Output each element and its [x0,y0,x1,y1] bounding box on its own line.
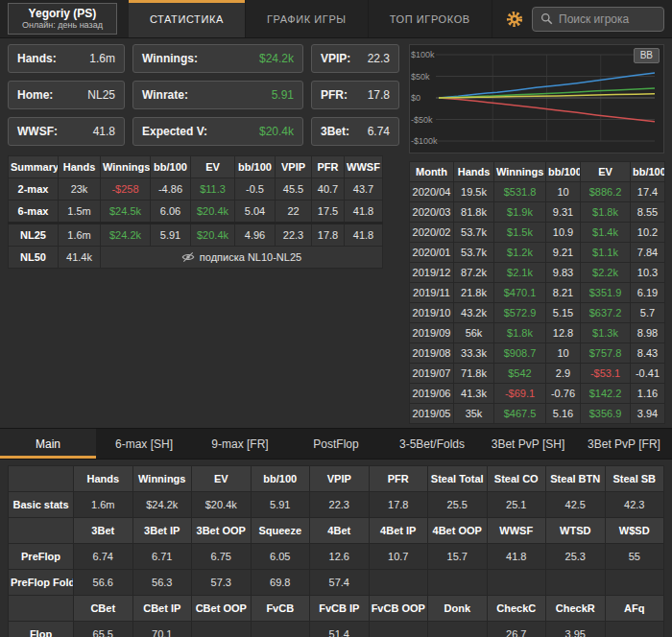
summary-row: 6-max1.5m$24.5k6.06$20.4k5.042217.541.8 [9,201,383,224]
months-cell: 8.98 [631,323,665,343]
search-input[interactable] [559,12,656,26]
locked-row: NL50 41.4k подписка NL10-NL25 [9,247,383,269]
stats-cell: 6.75 [192,544,252,570]
stats-col-header: Steal CO [487,466,546,492]
right-column: $100k$50k$0-$50k-$100k BB MonthHandsWinn… [409,44,664,424]
stats-cell: 1.6m [74,492,133,518]
stats-cell: $24.2k [132,492,192,518]
summary-col-header: PFR [312,156,345,178]
search-box[interactable] [532,7,664,32]
stats-row-label: PreFlop [9,544,74,570]
stats-row-label [9,466,74,492]
section-tab-postflop[interactable]: PostFlop [288,429,384,459]
stats-cell: 5.91 [251,492,310,518]
months-cell: 8.43 [631,343,665,364]
section-tab-6-max-sh[interactable]: 6-max [SH] [96,429,192,459]
months-cell: 8.21 [546,283,581,303]
months-cell: 21.8k [454,283,494,303]
stats-col-header-row: CBetCBet IPCBet OOPFvCBFvCB IPFvCB OOPDo… [9,596,664,622]
stats-col-header: CBet IP [132,596,192,622]
months-cell: 2020/02 [410,223,454,243]
months-col-header: Winnings [494,162,546,182]
stats-col-header: PFR [369,466,428,492]
months-cell: 17.4 [631,182,665,202]
months-cell: 9.31 [546,202,581,223]
stats-cell: 56.3 [132,570,192,596]
summary-cell: 23k [59,178,101,201]
eye-off-icon [181,251,195,263]
section-tab-main[interactable]: Main [0,429,96,459]
stats-col-header: Donk [428,596,488,622]
months-header-row: MonthHandsWinningsbb/100EVbb/100 [410,162,665,182]
months-cell: 81.8k [454,202,494,223]
summary-cell: 43.7 [345,178,383,201]
chart-ytick: -$100k [411,136,438,146]
months-cell: 1.16 [631,384,665,404]
months-cell: $356.9 [581,404,631,424]
months-row: 2019/0956k$1.8k12.8$1.3k8.98 [410,323,665,343]
stats-col-header: Steal BTN [546,466,606,492]
summary-cell: 41.8 [345,224,383,247]
stats-row-label: PreFlop Fold [9,570,74,596]
months-cell: $542 [494,364,546,384]
summary-cell: $20.4k [191,201,235,224]
summary-cell: $20.4k [191,224,235,247]
stats-col-header: AFq [605,596,664,622]
stats-table-body: HandsWinningsEVbb/100VPIPPFRSteal TotalS… [9,466,664,637]
stats-cell: 65.5 [74,622,133,637]
months-row: 2019/0535k$467.55.16$356.93.94 [410,404,665,424]
summary-cell: -0.5 [235,178,276,201]
stats-col-header: CheckR [546,596,606,622]
summary-cell: 1.6m [59,224,101,247]
tab-game-graph[interactable]: ГРАФИК ИГРЫ [246,0,369,37]
section-tab-9-max-fr[interactable]: 9-max [FR] [192,429,288,459]
gear-icon[interactable] [506,0,523,37]
summary-cell: 4.96 [235,224,276,247]
stats-col-header: bb/100 [251,466,310,492]
months-cell: $886.2 [581,182,631,202]
months-row: 2019/0833.3k$908.710$757.88.43 [410,343,665,364]
main-content: Hands:1.6mWinnings:$24.2kVPIP:22.3Home:N… [0,38,672,428]
months-cell: 8.55 [631,202,665,223]
months-cell: 19.5k [454,182,494,202]
stats-col-header: 4Bet [310,518,370,544]
stats-col-header: 4Bet OOP [428,518,488,544]
chart-ytick: $100k [411,50,435,59]
section-tab-3-5bet-folds[interactable]: 3-5Bet/Folds [384,429,480,459]
stats-col-header: Steal Total [428,466,488,492]
summary-cell: 41.8 [345,201,383,224]
stats-cell [605,570,664,596]
months-table-body: 2020/0419.5k$531.810$886.217.42020/0381.… [410,182,665,424]
stats-cell: 6.05 [251,544,310,570]
section-tab-3bet-pvp-fr[interactable]: 3Bet PvP [FR] [576,429,672,459]
stats-cell [369,570,428,596]
months-col-header: Hands [454,162,494,182]
months-cell: $1.2k [494,243,546,263]
months-cell: 10.3 [631,263,665,283]
section-tab-3bet-pvp-sh[interactable]: 3Bet PvP [SH] [480,429,576,459]
stats-col-header-row: 3Bet3Bet IP3Bet OOPSqueeze4Bet4Bet IP4Be… [9,518,664,544]
summary-row: NL251.6m$24.2k5.91$20.4k4.9622.317.841.8 [9,224,383,247]
stats-col-header: CheckC [487,596,546,622]
months-row: 2020/0419.5k$531.810$886.217.4 [410,182,665,202]
stat-card-value: 17.8 [368,88,390,102]
months-cell: -$69.1 [494,384,546,404]
months-col-header: bb/100 [546,162,581,182]
stats-col-header: 3Bet IP [132,518,192,544]
months-col-header: EV [581,162,631,182]
tab-statistics[interactable]: СТАТИСТИКА [129,0,246,37]
summary-cell: 1.5m [59,201,101,224]
stats-value-row: PreFlop Fold56.656.357.369.857.4 [9,570,664,596]
tab-top-players[interactable]: ТОП ИГРОКОВ [369,0,492,37]
stats-col-header-row: HandsWinningsEVbb/100VPIPPFRSteal TotalS… [9,466,664,492]
months-row: 2020/0253.7k$1.5k10.9$1.4k10.2 [410,223,665,243]
months-cell: 10 [546,343,581,364]
stat-card-home: Home:NL25 [8,81,125,109]
stats-cell: 57.3 [192,570,252,596]
months-cell: $142.2 [581,384,631,404]
bb-toggle[interactable]: BB [634,48,660,63]
stats-cell [605,622,664,637]
summary-cell: 17.8 [312,224,345,247]
months-cell: 53.7k [454,223,494,243]
months-cell: 41.3k [454,384,494,404]
